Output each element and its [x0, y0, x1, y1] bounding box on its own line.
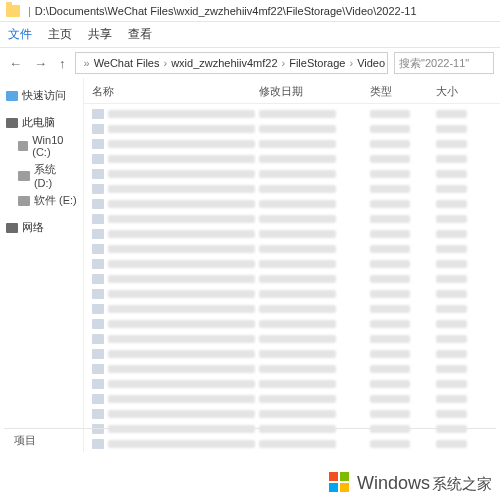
title-separator: | [28, 5, 31, 17]
sidebar-item-label: 系统 (D:) [34, 162, 77, 189]
table-row[interactable] [92, 257, 492, 271]
table-row[interactable] [92, 392, 492, 406]
sidebar-item-label: 软件 (E:) [34, 193, 77, 208]
file-icon [92, 169, 104, 179]
nav-arrows: ← → ↑ [6, 54, 69, 73]
table-row[interactable] [92, 272, 492, 286]
watermark-suffix: 系统之家 [432, 475, 492, 494]
table-row[interactable] [92, 137, 492, 151]
network-icon [6, 223, 18, 233]
file-icon [92, 229, 104, 239]
ribbon: 文件 主页 共享 查看 [0, 22, 500, 48]
file-icon [92, 409, 104, 419]
table-row[interactable] [92, 362, 492, 376]
file-pane: 名称 修改日期 类型 大小 [84, 78, 500, 452]
file-icon [92, 289, 104, 299]
col-size[interactable]: 大小 [436, 84, 492, 99]
crumb[interactable]: wxid_zwzhehiiv4mf22 [171, 57, 277, 69]
search-placeholder: 搜索"2022-11" [399, 56, 469, 71]
disk-icon [18, 171, 30, 181]
column-headers: 名称 修改日期 类型 大小 [84, 78, 500, 104]
file-icon [92, 124, 104, 134]
file-icon [92, 364, 104, 374]
tab-view[interactable]: 查看 [128, 26, 152, 43]
table-row[interactable] [92, 122, 492, 136]
status-bar: 项目 [4, 428, 496, 452]
file-icon [92, 139, 104, 149]
sidebar-network[interactable]: 网络 [4, 218, 79, 237]
nav-row: ← → ↑ » WeChat Files› wxid_zwzhehiiv4mf2… [0, 48, 500, 78]
address-bar[interactable]: » WeChat Files› wxid_zwzhehiiv4mf22› Fil… [75, 52, 389, 74]
watermark-brand: Windows [357, 473, 430, 494]
nav-back[interactable]: ← [6, 54, 25, 73]
file-icon [92, 379, 104, 389]
sidebar-disk-c[interactable]: Win10 (C:) [4, 132, 79, 160]
nav-up[interactable]: ↑ [56, 54, 69, 73]
table-row[interactable] [92, 227, 492, 241]
file-list [84, 104, 500, 452]
title-bar: | D:\Documents\WeChat Files\wxid_zwzhehi… [0, 0, 500, 22]
table-row[interactable] [92, 377, 492, 391]
star-icon [6, 91, 18, 101]
table-row[interactable] [92, 182, 492, 196]
disk-icon [18, 141, 28, 151]
nav-forward[interactable]: → [31, 54, 50, 73]
file-icon [92, 349, 104, 359]
file-icon [92, 184, 104, 194]
table-row[interactable] [92, 302, 492, 316]
table-row[interactable] [92, 407, 492, 421]
sidebar-item-label: 网络 [22, 220, 44, 235]
search-input[interactable]: 搜索"2022-11" [394, 52, 494, 74]
watermark: Windows 系统之家 [329, 472, 492, 494]
table-row[interactable] [92, 167, 492, 181]
status-items: 项目 [4, 429, 496, 452]
file-icon [92, 304, 104, 314]
col-date[interactable]: 修改日期 [259, 84, 370, 99]
file-icon [92, 214, 104, 224]
disk-icon [18, 196, 30, 206]
file-icon [92, 334, 104, 344]
sidebar-item-label: Win10 (C:) [32, 134, 77, 158]
file-icon [92, 274, 104, 284]
crumb[interactable]: FileStorage [289, 57, 345, 69]
file-icon [92, 319, 104, 329]
col-type[interactable]: 类型 [370, 84, 437, 99]
folder-icon [6, 5, 20, 17]
tab-home[interactable]: 主页 [48, 26, 72, 43]
main-area: 快速访问 此电脑 Win10 (C:) 系统 (D:) 软件 [0, 78, 500, 452]
table-row[interactable] [92, 242, 492, 256]
table-row[interactable] [92, 107, 492, 121]
file-icon [92, 199, 104, 209]
file-icon [92, 244, 104, 254]
file-icon [92, 394, 104, 404]
table-row[interactable] [92, 347, 492, 361]
pc-icon [6, 118, 18, 128]
table-row[interactable] [92, 152, 492, 166]
tab-file[interactable]: 文件 [8, 26, 32, 43]
col-name[interactable]: 名称 [92, 84, 259, 99]
file-icon [92, 109, 104, 119]
windows-logo-icon [329, 472, 351, 494]
sidebar: 快速访问 此电脑 Win10 (C:) 系统 (D:) 软件 [0, 78, 84, 452]
tab-share[interactable]: 共享 [88, 26, 112, 43]
sidebar-disk-d[interactable]: 系统 (D:) [4, 160, 79, 191]
crumb[interactable]: WeChat Files [94, 57, 160, 69]
table-row[interactable] [92, 287, 492, 301]
sidebar-item-label: 此电脑 [22, 115, 55, 130]
table-row[interactable] [92, 332, 492, 346]
window-path: D:\Documents\WeChat Files\wxid_zwzhehiiv… [35, 5, 494, 17]
sidebar-quick-access[interactable]: 快速访问 [4, 86, 79, 105]
file-icon [92, 259, 104, 269]
table-row[interactable] [92, 317, 492, 331]
sidebar-disk-e[interactable]: 软件 (E:) [4, 191, 79, 210]
file-icon [92, 154, 104, 164]
sidebar-this-pc[interactable]: 此电脑 [4, 113, 79, 132]
crumb[interactable]: Video [357, 57, 385, 69]
table-row[interactable] [92, 197, 492, 211]
table-row[interactable] [92, 212, 492, 226]
sidebar-item-label: 快速访问 [22, 88, 66, 103]
